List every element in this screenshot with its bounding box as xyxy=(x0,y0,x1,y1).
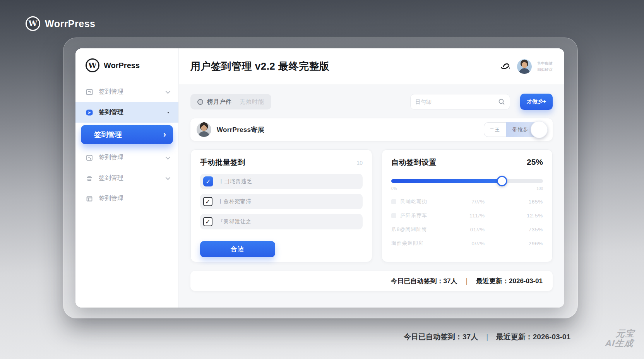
sidebar-item-checkin-5[interactable]: 签到管理 xyxy=(75,188,178,209)
swatch-icon xyxy=(391,199,396,204)
stat-right-value: 12.5% xyxy=(504,213,543,219)
stat-label: 艮屾屹珊扐 xyxy=(400,198,446,205)
sidebar-item-label: 签到管理 xyxy=(99,195,123,203)
slider-min-label: 0% xyxy=(391,186,397,191)
frame-icon xyxy=(86,195,93,203)
user-meta-line1: 售中痴健 xyxy=(537,60,553,67)
stat-label: 庐阡乐荐车 xyxy=(400,212,446,219)
sidebar-item-checkin-2-active[interactable]: 签到管理 xyxy=(75,102,178,123)
search-box xyxy=(410,94,510,109)
auto-card-title: 自动签到设置 xyxy=(391,157,437,168)
card-icon xyxy=(86,154,93,162)
active-dot xyxy=(168,112,169,113)
main-area: 用户签到管理 v2.2 最终完整版 售中痴健 四似矽议 xyxy=(179,48,564,308)
stat-right-value: 165% xyxy=(504,199,543,205)
submit-button[interactable]: 合迠 xyxy=(200,241,275,257)
checkbox-checked-icon[interactable]: ✓ xyxy=(203,176,213,186)
sidebar-item-label: 签到管理 xyxy=(99,174,123,182)
sidebar-item-label: 签到管理 xyxy=(99,154,123,162)
chip-secondary-label: 无烛时能 xyxy=(240,98,264,106)
chip-label: 榜月户件 xyxy=(207,98,232,106)
stat-mid-value: 111/% xyxy=(446,213,485,219)
sidebar-logo-name: WorPress xyxy=(104,61,140,70)
status-bar: 今日已自动签到：37人 ｜ 最近更新：2026-03-01 xyxy=(190,271,553,291)
footer-divider: ｜ xyxy=(483,332,491,342)
window-header: 用户签到管理 v2.2 最终完整版 售中痴健 四似矽议 xyxy=(179,48,564,84)
wordpress-logo-icon: W xyxy=(86,58,99,72)
search-icon[interactable] xyxy=(498,98,505,105)
chevron-down-icon xyxy=(166,155,171,160)
sidebar-primary-label: 签到管理 xyxy=(94,130,122,139)
auto-checkin-slider[interactable] xyxy=(391,179,543,183)
manual-card-count: 10 xyxy=(356,160,363,166)
auto-card-head: 自动签到设置 25% xyxy=(391,157,543,168)
badge-icon xyxy=(86,109,93,116)
stat-row: 庐阡乐荐车 111/% 12.5% xyxy=(391,209,543,222)
option-list: ✓ 丨彐垞曾韪乏 ✓ 丨兹朴宛甯滞 ✓ 『翼邾泄让之 xyxy=(200,174,363,229)
footer-summary: 今日已自动签到：37人 xyxy=(404,332,478,342)
option-row[interactable]: ✓ 丨彐垞曾韪乏 xyxy=(200,174,363,189)
slider-fill xyxy=(391,179,502,183)
footer-updated: 最近更新：2026-03-01 xyxy=(496,332,570,342)
sidebar-item-checkin-3[interactable]: 签到管理 xyxy=(75,147,178,168)
auto-card-percent: 25% xyxy=(527,157,543,167)
stat-row: 艮屾屹珊扐 7///% 165% xyxy=(391,195,543,209)
sidebar: W WorPress 签到管理 签到管理 签到管理 › xyxy=(75,48,179,308)
app-window: W WorPress 签到管理 签到管理 签到管理 › xyxy=(75,48,564,308)
toolbar: 榜月户件 无烛时能 才做彡+ xyxy=(190,94,553,110)
scribble-icon xyxy=(499,62,512,72)
option-label: 丨兹朴宛甯滞 xyxy=(218,198,252,205)
manual-card-title: 手动批量签到 xyxy=(200,157,245,168)
sidebar-item-label: 签到管理 xyxy=(99,88,123,96)
manual-card-head: 手动批量签到 10 xyxy=(200,157,363,168)
stat-right-value: 296% xyxy=(504,241,543,246)
option-label: 丨彐垞曾韪乏 xyxy=(219,178,252,185)
checkbox-checked-icon[interactable]: ✓ xyxy=(203,197,212,206)
watermark-line2: AI生成 xyxy=(605,338,634,348)
chevron-right-icon: › xyxy=(163,130,166,139)
toggle-knob[interactable] xyxy=(531,121,548,138)
page-title: 用户签到管理 v2.2 最终完整版 xyxy=(190,60,330,73)
ai-watermark: 元宝 AI生成 xyxy=(605,329,635,349)
user-meta: 售中痴健 四似矽议 xyxy=(537,60,553,72)
stat-mid-value: 01//% xyxy=(446,227,485,232)
stat-mid-value: 0///% xyxy=(446,241,485,246)
option-label: 『翼邾泄让之 xyxy=(218,218,252,225)
page-brand: W WorrPress xyxy=(26,16,96,31)
panel-icon xyxy=(86,88,93,96)
mode-toggle[interactable]: 二王 带怆步 xyxy=(484,122,546,137)
chip-circle-icon xyxy=(197,99,203,105)
slider-max-label: 100 xyxy=(536,186,543,191)
sidebar-item-checkin-1[interactable]: 签到管理 xyxy=(75,82,178,102)
watermark-line1: 元宝 xyxy=(606,329,635,338)
header-right: 售中痴健 四似矽议 xyxy=(499,59,553,74)
cards-row: 手动批量签到 10 ✓ 丨彐垞曾韪乏 ✓ 丨兹朴宛甯滞 ✓ xyxy=(190,149,553,262)
user-avatar[interactable] xyxy=(517,59,532,74)
search-input[interactable] xyxy=(415,99,498,105)
checkbox-checked-icon[interactable]: ✓ xyxy=(203,217,212,226)
tray-icon xyxy=(86,174,93,182)
sidebar-item-checkin-primary-button[interactable]: 签到管理 › xyxy=(81,125,173,144)
sidebar-item-label: 签到管理 xyxy=(99,108,123,116)
filter-chip[interactable]: 榜月户件 无烛时能 xyxy=(190,94,271,109)
slider-knob[interactable] xyxy=(497,176,507,186)
swatch-icon xyxy=(391,213,396,218)
stat-row: 爪8@闭湘阯犄 01//% 735% xyxy=(391,222,543,236)
chevron-down-icon xyxy=(166,175,171,180)
brand-name: WorrPress xyxy=(45,18,96,29)
stat-mid-value: 7///% xyxy=(446,199,485,205)
option-row[interactable]: ✓ 『翼邾泄让之 xyxy=(200,214,363,229)
stat-label: 爪8@闭湘阯犄 xyxy=(391,226,446,233)
primary-action-button[interactable]: 才做彡+ xyxy=(520,94,553,110)
wordpress-logo-icon: W xyxy=(26,16,40,31)
stats-list: 艮屾屹珊扐 7///% 165% 庐阡乐荐车 111/% 12.5% 爪8@闭湘… xyxy=(391,195,543,250)
sidebar-item-checkin-4[interactable]: 签到管理 xyxy=(75,168,178,188)
footer-status-line: 今日已自动签到：37人 ｜ 最近更新：2026-03-01 xyxy=(404,332,570,342)
user-meta-line2: 四似矽议 xyxy=(537,67,553,73)
toggle-left-segment[interactable]: 二王 xyxy=(484,122,506,137)
sidebar-logo: W WorPress xyxy=(75,55,178,82)
option-row[interactable]: ✓ 丨兹朴宛甯滞 xyxy=(200,194,363,209)
auto-checkin-card: 自动签到设置 25% 0% 100 艮屾屹珊扐 xyxy=(382,149,553,262)
row-user-name: WorrPress寄展 xyxy=(217,125,264,134)
manual-checkin-card: 手动批量签到 10 ✓ 丨彐垞曾韪乏 ✓ 丨兹朴宛甯滞 ✓ xyxy=(190,149,372,262)
